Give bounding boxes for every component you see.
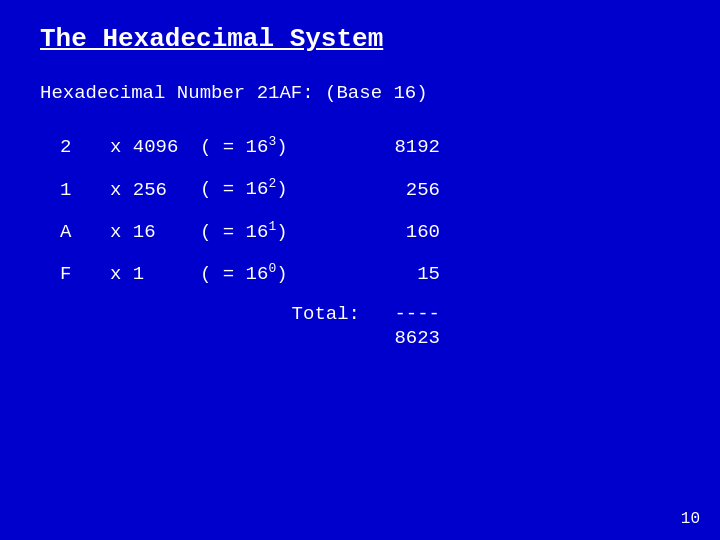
digit-3: A — [60, 221, 110, 243]
result-1: 8192 — [360, 136, 440, 158]
total-label: Total: — [60, 303, 360, 325]
slide-container: The Hexadecimal System Hexadecimal Numbe… — [0, 0, 720, 540]
total-section: Total: ---- 8623 — [40, 303, 680, 349]
table-row: 2 x 4096 ( = 163) 8192 — [60, 134, 680, 158]
result-2: 256 — [360, 179, 440, 201]
table-row: F x 1 ( = 160) 15 — [60, 261, 680, 285]
subtitle: Hexadecimal Number 21AF: (Base 16) — [40, 82, 680, 104]
page-title: The Hexadecimal System — [40, 24, 680, 54]
power-3: ( = 161) — [200, 219, 360, 243]
mult-1: x 4096 — [110, 136, 200, 158]
table-row: 1 x 256 ( = 162) 256 — [60, 176, 680, 200]
result-4: 15 — [360, 263, 440, 285]
power-1: ( = 163) — [200, 134, 360, 158]
mult-4: x 1 — [110, 263, 200, 285]
power-2: ( = 162) — [200, 176, 360, 200]
total-number: 8623 — [360, 327, 440, 349]
mult-2: x 256 — [110, 179, 200, 201]
total-value: ---- 8623 — [360, 303, 440, 349]
total-dashes: ---- — [360, 303, 440, 325]
mult-3: x 16 — [110, 221, 200, 243]
table-row: A x 16 ( = 161) 160 — [60, 219, 680, 243]
digit-1: 2 — [60, 136, 110, 158]
page-number: 10 — [681, 510, 700, 528]
digit-4: F — [60, 263, 110, 285]
hex-table: 2 x 4096 ( = 163) 8192 1 x 256 ( = 162) … — [40, 134, 680, 285]
digit-2: 1 — [60, 179, 110, 201]
power-4: ( = 160) — [200, 261, 360, 285]
result-3: 160 — [360, 221, 440, 243]
